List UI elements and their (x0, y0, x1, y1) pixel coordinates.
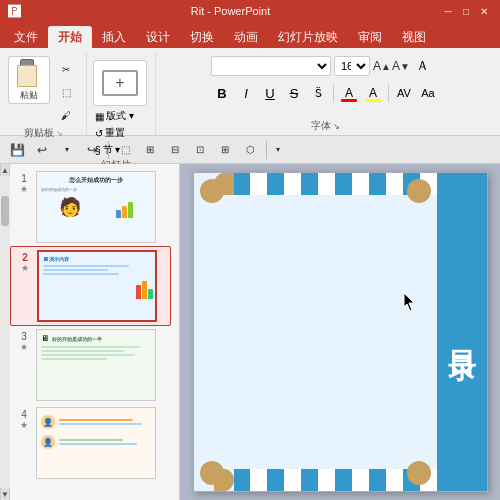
tab-design[interactable]: 设计 (136, 26, 180, 48)
layout-icon: ▦ (95, 111, 104, 122)
new-slide-button[interactable]: + (93, 60, 147, 106)
ribbon: 粘贴 ✂ ⬚ 🖌 剪贴板 ↘ (0, 48, 500, 136)
thumb4-row-1: 👤 (41, 412, 151, 432)
tab-slideshow[interactable]: 幻灯片放映 (268, 26, 348, 48)
slide-number-2: 2 (18, 252, 32, 263)
thumb4-l3 (59, 439, 123, 441)
font-decrease-button[interactable]: A▼ (392, 56, 410, 76)
tab-home[interactable]: 开始 (48, 26, 92, 48)
clipboard-group: 粘贴 ✂ ⬚ 🖌 剪贴板 ↘ (4, 52, 87, 135)
strikethrough-button[interactable]: S (283, 82, 305, 104)
underline-label: U (265, 86, 274, 101)
thumb2-line-2 (43, 269, 108, 271)
slide-number-area-3: 3 ★ (16, 329, 32, 352)
slide-number-1: 1 (17, 173, 31, 184)
format-painter-button[interactable]: 🖌 (54, 104, 78, 126)
thumb2-chart-area (39, 279, 155, 301)
bold-button[interactable]: B (211, 82, 233, 104)
reset-label: 重置 (105, 126, 125, 140)
format-painter-icon: 🖌 (61, 110, 71, 121)
tab-insert[interactable]: 插入 (92, 26, 136, 48)
maximize-button[interactable]: □ (458, 4, 474, 18)
slide-star-3: ★ (20, 342, 28, 352)
font-label-text: 字体 (311, 119, 331, 133)
font-clear-button[interactable]: Ａ (413, 56, 431, 76)
minimize-button[interactable]: ─ (440, 4, 456, 18)
case-button[interactable]: Aa (417, 82, 439, 104)
section-button[interactable]: § 节 ▾ (93, 142, 136, 158)
font-color-button[interactable]: A (338, 82, 360, 104)
cursor (404, 293, 416, 314)
underline-button[interactable]: U (259, 82, 281, 104)
font-name-select[interactable] (211, 56, 331, 76)
thumb4-avatar-1: 👤 (41, 415, 55, 429)
tab-transition[interactable]: 切换 (180, 26, 224, 48)
undo-icon: ↩ (37, 143, 47, 157)
slide-item-3[interactable]: 3 ★ 🖥 好的开始是成功的一半 (10, 326, 171, 404)
stripe-h-bottom (214, 469, 437, 491)
qa-extra-5[interactable]: ⊞ (214, 139, 236, 161)
thumb1-person-icon: 🧑 (59, 196, 81, 218)
slide-item-1[interactable]: 1 ★ 怎么开始成功的一步 如何开始成功的一步 🧑 (10, 168, 171, 246)
font-expand-icon[interactable]: ↘ (333, 122, 340, 131)
clipboard-content: 粘贴 ✂ ⬚ 🖌 (8, 52, 78, 126)
save-icon: 💾 (10, 143, 25, 157)
slide-item-4[interactable]: 4 ★ 👤 👤 (10, 404, 171, 482)
stripe-h-top (214, 173, 437, 195)
font-clear-icon: Ａ (416, 57, 429, 75)
corner-circle-bl (200, 461, 224, 485)
qa-extra-3[interactable]: ⊟ (164, 139, 186, 161)
title-controls: ─ □ ✕ (440, 4, 492, 18)
italic-button[interactable]: I (235, 82, 257, 104)
title-bar: 🅿 Rit - PowerPoint ─ □ ✕ (0, 0, 500, 22)
qa-extra-2-icon: ⊞ (146, 144, 154, 155)
slide-item-2[interactable]: 2 ★ 🖥 演示内容 (10, 246, 171, 326)
tab-file[interactable]: 文件 (4, 26, 48, 48)
font-group-label: 字体 ↘ (311, 119, 340, 135)
paste-area: 粘贴 (8, 56, 50, 104)
scroll-track[interactable] (0, 176, 10, 488)
thumb1-sub: 如何开始成功的一步 (41, 187, 77, 192)
tab-animation[interactable]: 动画 (224, 26, 268, 48)
font-size-select[interactable]: 16 (334, 56, 370, 76)
separator-1 (333, 84, 334, 102)
thumb3-line-3 (41, 354, 135, 356)
thumb4-l2 (59, 423, 142, 425)
slides-content: + ▦ 版式 ▾ ↺ 重置 § 节 ▾ (93, 52, 147, 158)
close-button[interactable]: ✕ (476, 4, 492, 18)
qa-extra-4[interactable]: ⊡ (189, 139, 211, 161)
qa-extra-3-icon: ⊟ (171, 144, 179, 155)
copy-button[interactable]: ⬚ (54, 81, 78, 103)
font-increase-button[interactable]: A▲ (373, 56, 391, 76)
title-bar-text: Rit - PowerPoint (27, 5, 434, 17)
text-shadow-button[interactable]: S̈ (307, 82, 329, 104)
thumb3-icon: 🖥 (41, 334, 49, 343)
clipboard-expand-icon[interactable]: ↘ (56, 129, 63, 138)
tab-review[interactable]: 审阅 (348, 26, 392, 48)
paste-label: 粘贴 (20, 89, 38, 102)
separator-2 (388, 84, 389, 102)
highlight-button[interactable]: A (362, 82, 384, 104)
strikethrough-label: S (290, 86, 299, 101)
tab-view[interactable]: 视图 (392, 26, 436, 48)
spacing-icon: AV (397, 87, 411, 99)
paste-button[interactable]: 粘贴 (8, 56, 50, 104)
font-bottom-row: B I U S S̈ A (211, 82, 439, 104)
slide-number-area-1: 1 ★ (16, 171, 32, 194)
qa-extra-6[interactable]: ⬡ (239, 139, 261, 161)
qa-customize-button[interactable]: ▾ (272, 139, 284, 161)
thumb3-line-4 (41, 358, 107, 360)
font-top-row: 16 A▲ A▼ Ａ (211, 56, 439, 76)
quick-access-toolbar: 💾 ↩ ▾ ↪ ⬚ ⊞ ⊟ ⊡ ⊞ ⬡ ▾ (0, 136, 500, 164)
paste-icon-main (17, 65, 37, 87)
font-controls: 16 A▲ A▼ Ａ B I U (211, 52, 439, 119)
slide-panel: 1 ★ 怎么开始成功的一步 如何开始成功的一步 🧑 (10, 164, 180, 500)
reset-button[interactable]: ↺ 重置 (93, 125, 136, 141)
slide-panel-scrollbar[interactable]: ▲ ▼ (0, 164, 10, 500)
thumb2-content: 🖥 演示内容 (39, 252, 155, 279)
spacing-button[interactable]: AV (393, 82, 415, 104)
layout-button[interactable]: ▦ 版式 ▾ (93, 108, 136, 124)
corner-circle-tl (200, 179, 224, 203)
cut-button[interactable]: ✂ (54, 58, 78, 80)
scroll-thumb[interactable] (1, 196, 9, 226)
